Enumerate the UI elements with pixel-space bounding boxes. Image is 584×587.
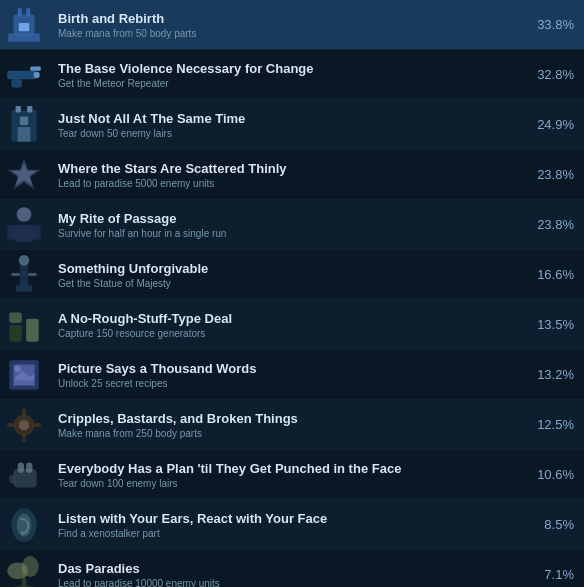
item-text-6: Something UnforgivableGet the Statue of … [48, 257, 526, 293]
item-percent-2: 32.8% [526, 67, 574, 82]
item-subtitle-4: Lead to paradise 5000 enemy units [58, 178, 516, 189]
svg-rect-18 [7, 225, 15, 240]
item-icon-3 [0, 100, 48, 150]
svg-rect-13 [20, 116, 28, 124]
list-item-7[interactable]: A No-Rough-Stuff-Type DealCapture 150 re… [0, 300, 584, 350]
item-title-6: Something Unforgivable [58, 261, 516, 276]
svg-rect-35 [22, 433, 26, 441]
list-item-8[interactable]: Picture Says a Thousand WordsUnlock 25 s… [0, 350, 584, 400]
list-item-5[interactable]: My Rite of PassageSurvive for half an ho… [0, 200, 584, 250]
item-text-8: Picture Says a Thousand WordsUnlock 25 s… [48, 357, 526, 393]
item-text-10: Everybody Has a Plan 'til They Get Punch… [48, 457, 526, 493]
list-item-4[interactable]: Where the Stars Are Scattered ThinlyLead… [0, 150, 584, 200]
svg-rect-12 [18, 127, 31, 142]
item-subtitle-3: Tear down 50 enemy lairs [58, 128, 516, 139]
item-icon-9 [0, 400, 48, 450]
svg-rect-10 [16, 106, 21, 112]
item-percent-12: 7.1% [526, 567, 574, 582]
svg-rect-2 [18, 8, 22, 16]
svg-rect-4 [19, 22, 30, 30]
svg-rect-40 [26, 462, 32, 473]
item-percent-5: 23.8% [526, 217, 574, 232]
list-item-2[interactable]: The Base Violence Necessary for ChangeGe… [0, 50, 584, 100]
item-icon-1 [0, 0, 48, 50]
item-text-9: Cripples, Bastards, and Broken ThingsMak… [48, 407, 526, 443]
item-percent-9: 12.5% [526, 417, 574, 432]
svg-rect-37 [32, 422, 40, 426]
item-percent-3: 24.9% [526, 117, 574, 132]
svg-rect-38 [14, 468, 37, 487]
item-title-7: A No-Rough-Stuff-Type Deal [58, 311, 516, 326]
svg-rect-21 [20, 262, 28, 287]
item-subtitle-12: Lead to paradise 10000 enemy units [58, 578, 516, 588]
item-icon-7 [0, 300, 48, 350]
svg-rect-39 [18, 462, 24, 473]
svg-rect-19 [32, 225, 40, 240]
svg-rect-23 [11, 272, 19, 275]
item-icon-6 [0, 250, 48, 300]
item-text-2: The Base Violence Necessary for ChangeGe… [48, 57, 526, 93]
svg-rect-34 [22, 408, 26, 416]
svg-rect-5 [7, 70, 36, 78]
list-item-9[interactable]: Cripples, Bastards, and Broken ThingsMak… [0, 400, 584, 450]
list-item-6[interactable]: Something UnforgivableGet the Statue of … [0, 250, 584, 300]
svg-point-22 [19, 255, 30, 265]
item-title-5: My Rite of Passage [58, 211, 516, 226]
item-icon-4 [0, 150, 48, 200]
svg-rect-6 [30, 66, 41, 70]
item-icon-8 [0, 350, 48, 400]
item-percent-6: 16.6% [526, 267, 574, 282]
item-title-2: The Base Violence Necessary for Change [58, 61, 516, 76]
svg-rect-41 [9, 475, 15, 483]
item-title-8: Picture Says a Thousand Words [58, 361, 516, 376]
svg-point-30 [15, 365, 21, 371]
item-percent-8: 13.2% [526, 367, 574, 382]
svg-rect-27 [9, 312, 22, 323]
svg-rect-3 [26, 8, 30, 16]
item-title-3: Just Not All At The Same Time [58, 111, 516, 126]
item-subtitle-10: Tear down 100 enemy lairs [58, 478, 516, 489]
item-title-12: Das Paradies [58, 561, 516, 576]
item-text-1: Birth and RebirthMake mana from 50 body … [48, 7, 526, 43]
svg-rect-24 [28, 272, 36, 275]
svg-rect-11 [27, 106, 32, 112]
item-text-7: A No-Rough-Stuff-Type DealCapture 150 re… [48, 307, 526, 343]
item-percent-10: 10.6% [526, 467, 574, 482]
list-item-12[interactable]: Das ParadiesLead to paradise 10000 enemy… [0, 550, 584, 587]
list-item-1[interactable]: Birth and RebirthMake mana from 50 body … [0, 0, 584, 50]
item-icon-10 [0, 450, 48, 500]
svg-rect-25 [9, 325, 22, 342]
item-text-12: Das ParadiesLead to paradise 10000 enemy… [48, 557, 526, 588]
svg-rect-36 [7, 422, 15, 426]
item-percent-1: 33.8% [526, 17, 574, 32]
list-item-10[interactable]: Everybody Has a Plan 'til They Get Punch… [0, 450, 584, 500]
item-title-1: Birth and Rebirth [58, 11, 516, 26]
item-subtitle-7: Capture 150 resource generators [58, 328, 516, 339]
item-subtitle-8: Unlock 25 secret recipes [58, 378, 516, 389]
item-text-4: Where the Stars Are Scattered ThinlyLead… [48, 157, 526, 193]
svg-point-33 [19, 419, 30, 430]
item-percent-7: 13.5% [526, 317, 574, 332]
item-subtitle-5: Survive for half an hour in a single run [58, 228, 516, 239]
item-icon-12 [0, 550, 48, 588]
list-item-11[interactable]: Listen with Your Ears, React with Your F… [0, 500, 584, 550]
item-subtitle-2: Get the Meteor Repeater [58, 78, 516, 89]
item-percent-4: 23.8% [526, 167, 574, 182]
svg-point-16 [17, 207, 32, 222]
svg-point-47 [22, 556, 39, 577]
item-text-11: Listen with Your Ears, React with Your F… [48, 507, 526, 543]
item-title-4: Where the Stars Are Scattered Thinly [58, 161, 516, 176]
svg-rect-26 [26, 318, 39, 341]
item-icon-2 [0, 50, 48, 100]
list-item-3[interactable]: Just Not All At The Same TimeTear down 5… [0, 100, 584, 150]
achievements-list: Birth and RebirthMake mana from 50 body … [0, 0, 584, 587]
svg-rect-7 [11, 79, 22, 87]
item-title-9: Cripples, Bastards, and Broken Things [58, 411, 516, 426]
item-icon-11 [0, 500, 48, 550]
item-text-3: Just Not All At The Same TimeTear down 5… [48, 107, 526, 143]
item-percent-11: 8.5% [526, 517, 574, 532]
item-subtitle-6: Get the Statue of Majesty [58, 278, 516, 289]
item-subtitle-9: Make mana from 250 body parts [58, 428, 516, 439]
item-text-5: My Rite of PassageSurvive for half an ho… [48, 207, 526, 243]
item-subtitle-1: Make mana from 50 body parts [58, 28, 516, 39]
